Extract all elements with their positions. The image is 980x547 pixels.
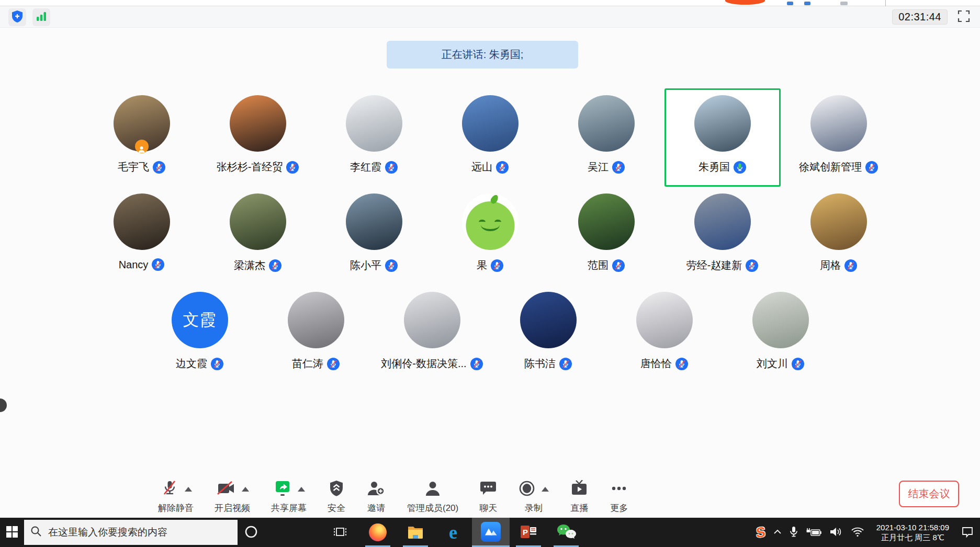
end-meeting-button[interactable]: 结束会议 [899,481,959,507]
participant-tile-active-speaker[interactable]: 朱勇国 [664,88,781,187]
participant-row: 文霞边文霞苗仁涛刘俐伶-数据决策...陈书洁唐恰恰刘文川 [0,285,980,383]
toolbar-share-screen-button[interactable]: 共享屏幕 [271,480,307,514]
mic-muted-icon [612,161,625,174]
tray-wifi-button[interactable] [851,527,864,539]
participant-tile[interactable]: 陈书洁 [490,285,606,383]
toolbar-label: 录制 [525,502,543,514]
no-camera-person-badge [135,140,149,153]
participant-name: 刘俐伶-数据决策... [381,357,466,371]
toolbar-chat-button[interactable]: 聊天 [479,480,497,514]
person-icon [424,480,441,498]
taskbar-app-edge[interactable]: e [434,518,472,547]
edge-icon: e [449,523,457,542]
avatar [462,193,519,250]
taskbar-app-explorer[interactable] [397,518,434,547]
participant-tile[interactable]: Nancy [84,187,200,285]
participant-tile[interactable]: 李红霞 [316,88,432,187]
toolbar-label: 开启视频 [215,502,250,514]
participant-tile[interactable]: 远山 [432,88,548,187]
search-input[interactable] [47,526,231,539]
avatar [288,292,344,348]
avatar [520,292,577,348]
participant-name: 边文霞 [176,357,207,371]
avatar [636,292,693,348]
participant-tile[interactable]: 张杉杉-首经贸 [200,88,316,187]
meeting-icon [481,522,501,543]
participant-tile[interactable]: 苗仁涛 [258,285,374,383]
tray-sogou-button[interactable]: S [756,526,765,540]
fullscreen-button[interactable] [956,9,972,25]
toolbar-camera-off-button[interactable]: 开启视频 [215,480,250,514]
participant-name-row: 周格 [820,258,857,272]
toolbar-icon-row [216,480,249,498]
participant-name-row: 张杉杉-首经贸 [217,160,299,174]
avatar [694,95,751,152]
participant-name-row: 徐斌创新管理 [799,160,878,174]
participant-tile[interactable]: 毛宇飞 [84,88,200,187]
participant-name-row: 朱勇国 [699,160,746,174]
toolbar-label: 更多 [610,502,628,514]
mic-muted-icon [792,358,804,370]
participant-tile[interactable]: 吴江 [548,88,664,187]
cortana-button[interactable] [238,518,265,547]
tray-microphone-button[interactable] [790,526,798,539]
tray-caret-up-button[interactable] [773,529,782,537]
tray-battery-button[interactable] [806,527,821,539]
network-signal-button[interactable] [32,8,50,26]
participant-tile[interactable]: 周格 [781,187,897,285]
caret-up-icon[interactable] [185,487,192,492]
toolbar-person-button[interactable]: 管理成员(20) [407,480,458,514]
participant-tile[interactable]: 陈小平 [316,187,432,285]
battery-icon [806,527,821,539]
person-add-icon [366,480,386,498]
taskbar-app-powerpoint[interactable]: P [510,518,547,547]
participant-name-row: 陈书洁 [524,357,572,371]
avatar-initials: 文霞 [183,309,217,331]
mic-muted-icon [865,161,878,174]
participant-tile[interactable]: 文霞边文霞 [142,285,258,383]
participant-tile[interactable]: 刘俐伶-数据决策... [374,285,490,383]
participant-tile[interactable]: 果 [432,187,548,285]
firefox-icon [369,523,387,541]
avatar: 文霞 [172,292,228,348]
taskbar-app-firefox[interactable] [359,518,397,547]
action-center-button[interactable] [961,526,974,540]
toolbar-icon-row [570,480,589,498]
toolbar-mic-off-button[interactable]: 解除静音 [158,480,194,514]
participant-tile[interactable]: 唐恰恰 [606,285,723,383]
toolbar-person-add-button[interactable]: 邀请 [366,480,386,514]
toolbar-record-button[interactable]: 录制 [518,480,549,514]
participant-tile[interactable]: 范围 [548,187,664,285]
caret-up-icon[interactable] [298,487,305,492]
participant-tile[interactable]: 梁潇杰 [200,187,316,285]
avatar [752,292,809,348]
taskbar-clock[interactable]: 2021-03-10 21:58:09 正月廿七 周三 8℃ [876,522,949,542]
taskbar-app-wechat[interactable] [547,518,585,547]
participant-name-row: 边文霞 [176,357,223,371]
toolbar-shield-button[interactable]: 安全 [328,480,345,514]
mic-muted-icon [211,358,223,370]
toolbar-more-button[interactable]: 更多 [610,480,628,514]
avatar [230,95,286,152]
shield-plus-icon [12,10,23,24]
taskbar-search[interactable] [24,520,238,545]
participant-tile[interactable]: 刘文川 [723,285,839,383]
meeting-security-shield-button[interactable] [8,8,26,26]
participant-tile[interactable]: 徐斌创新管理 [781,88,897,187]
toolbar-label: 安全 [328,502,345,514]
start-button[interactable] [0,518,24,547]
toolbar-live-button[interactable]: 直播 [570,480,589,514]
participant-tile[interactable]: 劳经-赵建新 [664,187,781,285]
cortana-icon [244,525,258,541]
meeting-timer: 02:31:44 [892,9,948,25]
tray-volume-button[interactable] [829,526,843,539]
windows-logo-icon [6,526,18,539]
caret-up-icon[interactable] [542,487,549,492]
caret-up-icon[interactable] [242,487,249,492]
edge-panel-handle[interactable] [0,398,7,412]
participant-name: 范围 [588,258,609,272]
taskbar-app-meeting[interactable] [472,518,510,547]
apple-avatar-decoration [494,220,501,224]
taskbar-app-task-view[interactable] [321,518,359,547]
speaking-banner: 正在讲话: 朱勇国; [387,41,578,69]
